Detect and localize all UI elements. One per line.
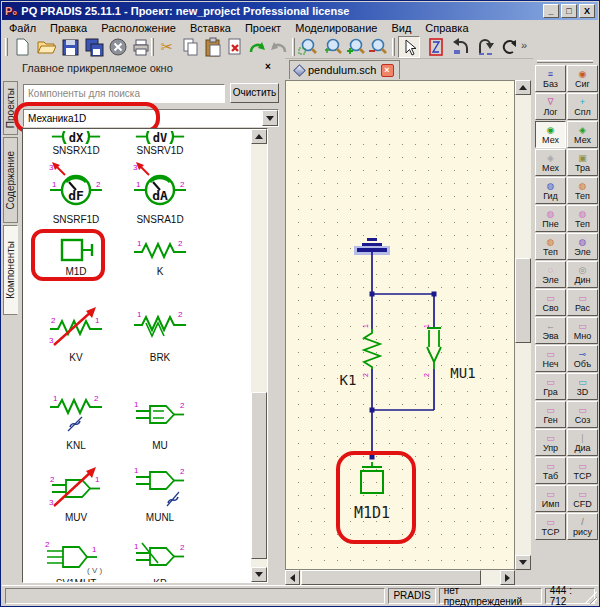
category-button[interactable]: ▭Сво — [535, 289, 566, 316]
scroll-down-button[interactable] — [251, 567, 267, 582]
component-item[interactable]: 12 K — [119, 237, 201, 277]
canvas-hscrollbar[interactable] — [285, 570, 515, 585]
rotate-left-button[interactable] — [450, 36, 472, 58]
component-item[interactable]: 12 MU — [119, 395, 201, 451]
clear-button[interactable]: Очистить — [230, 83, 279, 103]
redo-button[interactable] — [268, 36, 290, 58]
category-button[interactable]: ▭Неч — [535, 345, 566, 372]
category-button[interactable]: ▭Ген — [535, 401, 566, 428]
component-item[interactable]: dA312 SNSRA1D — [119, 161, 201, 225]
wires[interactable] — [372, 252, 434, 457]
scroll-left-button[interactable] — [285, 570, 300, 585]
category-button[interactable]: ◍Теп — [567, 205, 598, 232]
category-button-mech1d[interactable]: ◉Мех — [535, 121, 566, 148]
mirror-button[interactable] — [474, 36, 496, 58]
mu1-symbol[interactable] — [427, 328, 441, 369]
menu-file[interactable]: Файл — [2, 21, 43, 35]
component-item[interactable]: 213 MUV — [35, 465, 117, 523]
scrollbar-thumb[interactable] — [515, 258, 531, 343]
dock-panel-close-icon[interactable]: × — [261, 61, 275, 74]
toolbar-grip[interactable] — [292, 38, 295, 56]
category-button[interactable]: ◎Дин — [567, 261, 598, 288]
menu-project[interactable]: Проект — [238, 21, 288, 35]
component-item[interactable]: 21( V ) SV1MUT — [35, 539, 117, 583]
menu-modeling[interactable]: Моделирование — [288, 21, 384, 35]
tab-contents[interactable]: Содержание — [3, 137, 18, 223]
scroll-up-button[interactable] — [515, 80, 531, 95]
save-all-button[interactable] — [83, 36, 105, 58]
category-button[interactable]: ◍Теп — [535, 233, 566, 260]
category-button[interactable]: ▭Рас — [567, 289, 598, 316]
category-button[interactable]: ▣Тра — [567, 149, 598, 176]
category-button[interactable]: ▭ТСР — [535, 513, 566, 540]
category-button[interactable]: ▭Упр — [535, 429, 566, 456]
zoom-extents-button[interactable] — [297, 36, 319, 58]
category-button[interactable]: ◍Теп — [567, 177, 598, 204]
category-button[interactable]: ▭Гра — [535, 373, 566, 400]
category-button[interactable]: /рису — [567, 513, 598, 540]
delete-button[interactable] — [224, 36, 246, 58]
cut-button[interactable]: ✂ — [156, 36, 178, 58]
component-item[interactable]: 12 KP — [119, 539, 201, 583]
category-button[interactable]: ◈Мех — [535, 149, 566, 176]
scroll-up-button[interactable] — [251, 129, 267, 144]
open-file-button[interactable] — [35, 36, 57, 58]
category-button[interactable]: |Диа — [567, 429, 598, 456]
menu-view[interactable]: Вид — [384, 21, 418, 35]
save-button[interactable] — [59, 36, 81, 58]
category-dropdown[interactable]: Механика1D — [23, 109, 279, 127]
category-button[interactable]: ◌Эле — [535, 261, 566, 288]
copy-button[interactable] — [179, 36, 201, 58]
schematic-canvas[interactable]: 1 2 1 2 K1 MU1 M1D1 — [285, 80, 515, 570]
category-button[interactable]: ◍Эле — [567, 233, 598, 260]
menu-edit[interactable]: Правка — [43, 21, 94, 35]
rotate-button[interactable] — [498, 36, 520, 58]
k1-spring-symbol[interactable] — [364, 329, 380, 369]
category-button[interactable]: ◉Сиг — [567, 65, 598, 92]
close-file-button[interactable] — [107, 36, 129, 58]
toolbar-grip[interactable] — [5, 38, 8, 56]
component-item[interactable]: dF312 SNSRF1D — [35, 161, 117, 225]
category-button[interactable]: ▭ТСР — [567, 457, 598, 484]
category-button[interactable]: ∇Лог — [535, 93, 566, 120]
menu-layout[interactable]: Расположение — [94, 21, 183, 35]
component-item[interactable]: 12 BRK — [119, 305, 201, 363]
undo-button[interactable] — [246, 36, 268, 58]
category-button[interactable]: ▭CFD — [567, 485, 598, 512]
component-item[interactable]: 12 MUNL — [119, 465, 201, 523]
canvas-vscrollbar[interactable] — [515, 80, 531, 570]
menu-help[interactable]: Справка — [418, 21, 475, 35]
minimize-button[interactable]: _ — [543, 4, 559, 18]
scrollbar-thumb[interactable] — [301, 570, 481, 585]
zoom-in-button[interactable] — [345, 36, 367, 58]
category-button[interactable]: ←Эва — [535, 317, 566, 344]
component-item[interactable]: 12 KNL — [35, 395, 117, 451]
m1d1-symbol[interactable] — [361, 462, 383, 493]
category-button[interactable]: ◈Мех — [567, 121, 598, 148]
ground-symbol[interactable] — [357, 238, 387, 252]
tab-pendulum-sch[interactable]: pendulum.sch × — [289, 60, 400, 79]
category-button[interactable]: ◍Пне — [535, 205, 566, 232]
print-button[interactable] — [130, 36, 152, 58]
category-button[interactable]: ≡Баз — [535, 65, 566, 92]
select-tool-button[interactable] — [398, 36, 420, 58]
tab-projects[interactable]: Проекты — [3, 81, 18, 135]
category-button[interactable]: ⊸Объ — [567, 345, 598, 372]
paste-button[interactable] — [202, 36, 224, 58]
category-button[interactable]: ▭3D — [567, 373, 598, 400]
category-button[interactable]: ▭Таб — [535, 457, 566, 484]
sidebar-grip[interactable] — [537, 60, 593, 63]
component-item[interactable]: dX SNSRX1D — [35, 131, 117, 156]
search-input[interactable] — [23, 84, 225, 103]
scroll-right-button[interactable] — [500, 570, 515, 585]
category-button[interactable]: ▭Мно — [567, 317, 598, 344]
toolbar-grip[interactable] — [392, 38, 395, 56]
maximize-button[interactable]: □ — [561, 4, 577, 18]
component-item[interactable]: M1D — [35, 237, 117, 277]
toolbar-overflow-button[interactable]: » — [521, 39, 527, 51]
menu-insert[interactable]: Вставка — [183, 21, 238, 35]
scroll-down-button[interactable] — [515, 555, 531, 570]
zoom-out-button[interactable] — [367, 36, 389, 58]
component-item[interactable]: dV SNSRV1D — [119, 131, 201, 156]
component-item[interactable]: 213 KV — [35, 305, 117, 363]
